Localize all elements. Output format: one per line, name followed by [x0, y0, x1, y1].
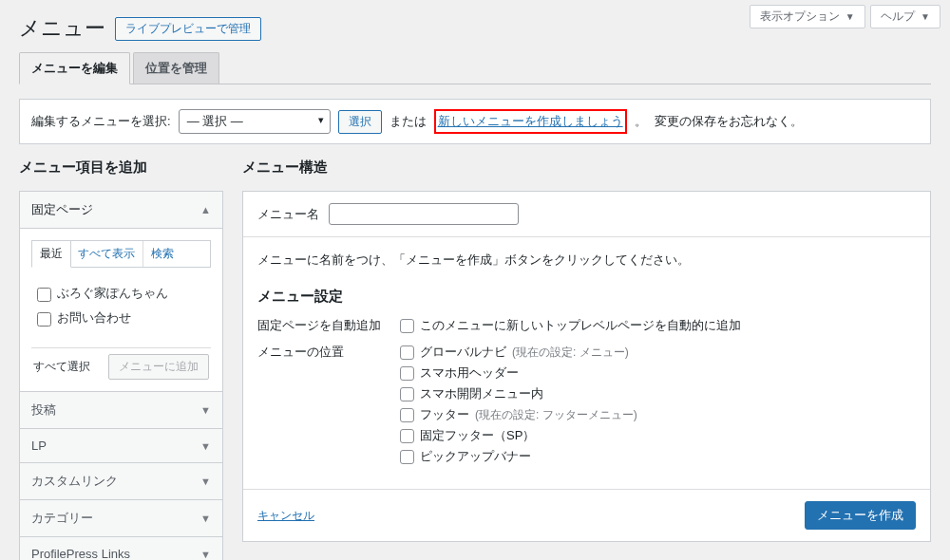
sidebar-heading: メニュー項目を追加: [19, 159, 223, 177]
location-options: グローバルナビ (現在の設定: メニュー) スマホ用ヘッダー スマホ開閉メニュー…: [400, 344, 637, 469]
location-checkbox-row[interactable]: ピックアップバナー: [400, 448, 637, 465]
location-name: グローバルナビ: [420, 344, 506, 361]
page-item-label: ぶろぐ家ぽんちゃん: [57, 285, 168, 302]
screen-options-label: 表示オプション: [760, 9, 840, 23]
location-checkbox[interactable]: [400, 345, 414, 360]
accordion-profilepress[interactable]: ProfilePress Links ▼: [20, 537, 222, 560]
location-hint: (現在の設定: メニュー): [512, 345, 629, 361]
chevron-down-icon: ▼: [200, 549, 211, 560]
location-name: スマホ用ヘッダー: [420, 364, 519, 382]
menu-name-label: メニュー名: [257, 206, 319, 223]
screen-options-button[interactable]: 表示オプション ▼: [750, 5, 865, 28]
tab-manage-locations[interactable]: 位置を管理: [133, 52, 219, 84]
location-name: 固定フッター（SP）: [420, 427, 535, 444]
help-button[interactable]: ヘルプ ▼: [870, 5, 940, 28]
accordion-lp-label: LP: [31, 439, 47, 453]
select-button[interactable]: 選択: [338, 110, 382, 134]
auto-add-checkbox-row[interactable]: このメニューに新しいトップレベルページを自動的に追加: [400, 317, 741, 334]
accordion-posts[interactable]: 投稿 ▼: [20, 392, 222, 428]
menu-settings-heading: メニュー設定: [257, 288, 916, 306]
auto-add-text: このメニューに新しいトップレベルページを自動的に追加: [420, 317, 741, 334]
menu-name-input[interactable]: [329, 203, 519, 225]
create-new-menu-link[interactable]: 新しいメニューを作成しましょう: [434, 109, 627, 134]
location-checkbox[interactable]: [400, 387, 414, 401]
page-checkbox-item[interactable]: お問い合わせ: [37, 306, 211, 330]
chevron-down-icon: ▼: [200, 476, 211, 487]
location-checkbox[interactable]: [400, 450, 414, 464]
create-menu-button[interactable]: メニューを作成: [805, 501, 916, 530]
select-all-link[interactable]: すべて選択: [33, 359, 90, 375]
chevron-up-icon: ▲: [200, 204, 211, 215]
location-checkbox-row[interactable]: スマホ用ヘッダー: [400, 364, 637, 382]
page-checkbox-item[interactable]: ぶろぐ家ぽんちゃん: [37, 281, 211, 306]
tab-edit-menu[interactable]: メニューを編集: [19, 52, 130, 84]
cancel-link[interactable]: キャンセル: [257, 508, 314, 524]
page-checkbox[interactable]: [37, 288, 51, 302]
location-checkbox[interactable]: [400, 366, 414, 381]
add-to-menu-button: メニューに追加: [108, 354, 209, 380]
menu-select-value: — 選択 —: [187, 114, 243, 128]
pages-tab-search[interactable]: 検索: [143, 241, 181, 267]
pages-tab-all[interactable]: すべて表示: [70, 241, 143, 267]
create-hint-text: メニューに名前をつけ、「メニューを作成」ボタンをクリックしてください。: [257, 252, 916, 269]
chevron-down-icon: ▼: [921, 11, 930, 22]
location-checkbox-row[interactable]: フッター (現在の設定: フッターメニュー): [400, 406, 637, 423]
location-checkbox-row[interactable]: グローバルナビ (現在の設定: メニュー): [400, 344, 637, 361]
location-name: ピックアップバナー: [420, 448, 531, 465]
chevron-down-icon: ▼: [200, 513, 211, 524]
accordion-posts-label: 投稿: [31, 401, 56, 419]
accordion-custom-link[interactable]: カスタムリンク ▼: [20, 463, 222, 499]
location-checkbox[interactable]: [400, 429, 414, 443]
menu-select-dropdown[interactable]: — 選択 —: [179, 109, 331, 134]
create-period: 。: [635, 113, 647, 130]
page-title: メニュー: [19, 14, 105, 43]
page-checkbox[interactable]: [37, 312, 51, 327]
chevron-down-icon: ▼: [846, 11, 855, 22]
live-preview-button[interactable]: ライブプレビューで管理: [115, 17, 261, 41]
save-hint: 変更の保存をお忘れなく。: [655, 113, 803, 130]
location-name: フッター: [420, 406, 469, 423]
auto-add-checkbox[interactable]: [400, 319, 414, 333]
auto-add-label: 固定ページを自動追加: [257, 317, 400, 334]
location-checkbox[interactable]: [400, 408, 414, 422]
accordion-custom-link-label: カスタムリンク: [31, 473, 118, 490]
location-checkbox-row[interactable]: 固定フッター（SP）: [400, 427, 637, 444]
or-text: または: [390, 113, 427, 130]
accordion-pages[interactable]: 固定ページ ▲: [20, 192, 222, 228]
chevron-down-icon: ▼: [200, 404, 211, 416]
accordion-category[interactable]: カテゴリー ▼: [20, 500, 222, 536]
select-menu-label: 編集するメニューを選択:: [31, 113, 171, 130]
select-menu-bar: 編集するメニューを選択: — 選択 — 選択 または 新しいメニューを作成しまし…: [19, 99, 931, 144]
location-hint: (現在の設定: フッターメニュー): [475, 407, 637, 423]
chevron-down-icon: ▼: [200, 440, 211, 452]
help-label: ヘルプ: [881, 9, 915, 23]
location-label: メニューの位置: [257, 344, 400, 361]
page-item-label: お問い合わせ: [57, 309, 131, 327]
pages-tab-recent[interactable]: 最近: [31, 240, 71, 268]
location-name: スマホ開閉メニュー内: [420, 385, 543, 402]
accordion-lp[interactable]: LP ▼: [20, 429, 222, 462]
accordion-pages-label: 固定ページ: [31, 201, 93, 218]
location-checkbox-row[interactable]: スマホ開閉メニュー内: [400, 385, 637, 402]
main-heading: メニュー構造: [242, 159, 931, 177]
accordion-profilepress-label: ProfilePress Links: [31, 547, 130, 560]
accordion-category-label: カテゴリー: [31, 510, 93, 527]
